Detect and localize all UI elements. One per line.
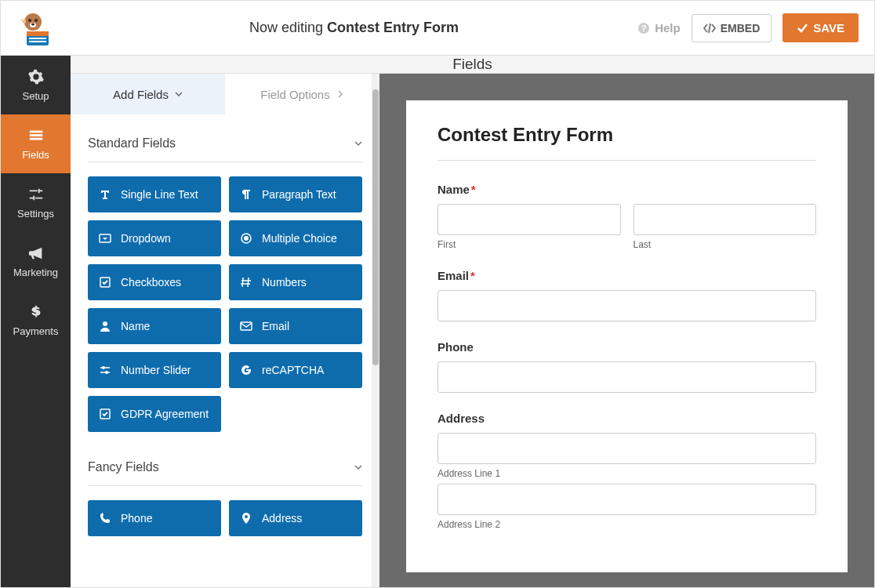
save-button[interactable]: SAVE [782,13,859,42]
svg-rect-12 [29,134,42,136]
field-single-line-text[interactable]: Single Line Text [88,176,221,212]
chevron-right-icon [336,90,344,98]
sub-label-last: Last [634,239,817,250]
chevron-down-icon [354,140,362,147]
form-preview: Contest Entry Form Name* First Last [379,74,874,588]
checkbox-icon [99,408,111,420]
sub-label-addr2: Address Line 2 [438,519,816,530]
sidebar-item-settings[interactable]: Settings [1,173,71,232]
svg-point-21 [105,371,108,374]
chevron-down-icon [175,90,183,98]
group-standard-fields[interactable]: Standard Fields [88,125,362,162]
field-multiple-choice[interactable]: Multiple Choice [229,220,362,256]
preview-address-field[interactable]: Address Address Line 1 Address Line 2 [438,412,816,530]
sub-label-addr1: Address Line 1 [438,468,816,479]
svg-text:?: ? [641,24,647,33]
email-input[interactable] [438,290,816,321]
embed-button[interactable]: EMBED [692,14,772,42]
sidebar-item-label: Setup [23,90,49,102]
fields-panel: Add Fields Field Options Standard Fields [71,74,379,588]
svg-rect-7 [29,38,46,39]
svg-rect-11 [29,131,42,133]
user-icon [99,320,111,332]
check-icon [797,22,808,34]
field-name[interactable]: Name [88,308,221,344]
preview-name-field[interactable]: Name* First Last [438,183,816,250]
text-icon [99,188,111,201]
svg-point-16 [244,236,249,241]
sidebar-item-setup[interactable]: Setup [1,56,71,114]
google-icon [240,364,252,376]
preview-phone-field[interactable]: Phone [438,340,816,393]
sliders-icon [27,186,45,203]
address-label: Address [438,412,816,425]
sidebar-item-marketing[interactable]: Marketing [1,232,71,291]
address-line2-input[interactable] [438,484,816,515]
scrollbar[interactable] [372,74,379,588]
field-phone[interactable]: Phone [88,500,221,536]
field-numbers[interactable]: Numbers [229,264,362,300]
field-number-slider[interactable]: Number Slider [88,352,221,388]
page-title: Now editing Contest Entry Form [71,20,637,36]
svg-rect-8 [29,41,46,42]
svg-rect-6 [27,31,49,36]
map-pin-icon [240,512,252,524]
scrollbar-thumb[interactable] [372,89,379,365]
gear-icon [27,68,45,85]
envelope-icon [240,320,252,332]
sidebar-item-label: Fields [22,149,49,161]
code-icon [703,23,716,34]
app-logo[interactable] [1,1,71,56]
help-icon: ? [637,22,650,34]
svg-point-20 [102,366,105,369]
field-recaptcha[interactable]: reCAPTCHA [229,352,362,388]
group-fancy-fields[interactable]: Fancy Fields [88,449,362,486]
sidebar-item-label: Marketing [13,267,58,278]
sidebar-item-payments[interactable]: Payments [1,291,71,350]
sidebar-item-fields[interactable]: Fields [1,114,71,173]
field-address[interactable]: Address [229,500,362,536]
divider [438,160,816,161]
field-email[interactable]: Email [229,308,362,344]
sidebar-item-label: Settings [17,208,54,220]
radio-icon [240,232,252,245]
svg-point-2 [34,19,38,22]
sidebar-item-label: Payments [13,325,59,337]
field-gdpr-agreement[interactable]: GDPR Agreement [88,396,221,432]
sub-label-first: First [438,239,621,250]
phone-icon [99,512,111,524]
last-name-input[interactable] [634,204,817,235]
hash-icon [240,276,252,289]
checkbox-icon [99,276,111,289]
tab-add-fields[interactable]: Add Fields [71,74,225,114]
svg-point-18 [103,321,107,326]
address-line1-input[interactable] [438,433,816,464]
dollar-icon [27,303,45,321]
svg-point-4 [31,23,34,25]
dropdown-icon [99,232,111,245]
name-label: Name* [438,183,816,196]
bullhorn-icon [27,245,45,262]
content-header: Fields [71,56,874,74]
svg-point-0 [24,13,42,31]
field-paragraph-text[interactable]: Paragraph Text [229,176,362,212]
sidebar: Setup Fields Settings Marketing Payments [1,56,71,588]
help-link[interactable]: ? Help [637,21,681,34]
slider-icon [99,364,111,376]
form-icon [27,127,45,144]
paragraph-icon [240,188,252,201]
phone-label: Phone [438,340,816,354]
form-title: Contest Entry Form [438,124,816,146]
preview-email-field[interactable]: Email* [438,269,816,321]
field-dropdown[interactable]: Dropdown [88,220,221,256]
svg-rect-13 [29,138,42,140]
field-checkboxes[interactable]: Checkboxes [88,264,221,300]
email-label: Email* [438,269,816,282]
phone-input[interactable] [438,361,816,393]
tab-field-options[interactable]: Field Options [225,74,379,114]
svg-rect-19 [241,322,252,330]
svg-point-1 [28,19,31,22]
chevron-down-icon [354,463,362,471]
first-name-input[interactable] [438,204,621,235]
